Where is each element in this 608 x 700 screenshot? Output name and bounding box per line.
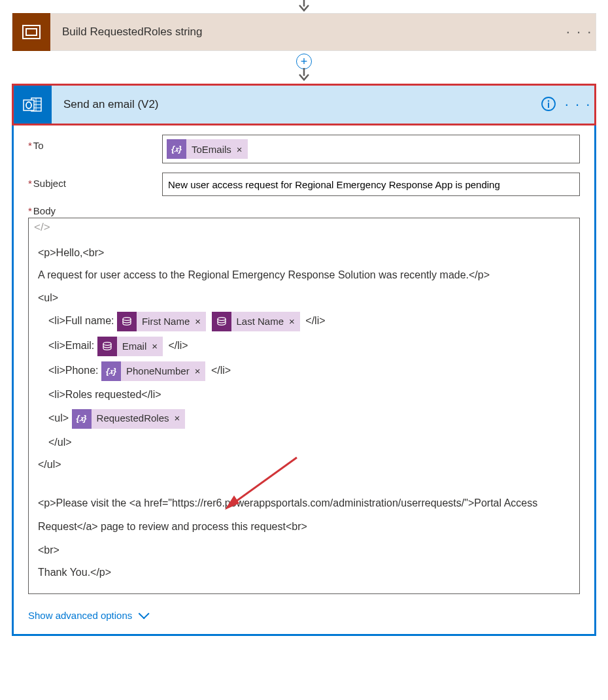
action-card-send-email[interactable]: Send an email (V2) · · ·: [14, 86, 594, 124]
body-line: <p>Hello,<br>: [38, 243, 570, 263]
connector: +: [0, 51, 608, 84]
token-label: Email: [122, 337, 147, 356]
svg-point-10: [103, 342, 111, 346]
svg-point-9: [218, 318, 226, 321]
token-phone[interactable]: {𝑥} PhoneNumber ×: [101, 361, 206, 381]
svg-rect-0: [23, 25, 40, 39]
body-line: </ul>: [38, 433, 570, 452]
action-title: Build RequestedRoles string: [50, 25, 563, 39]
body-line: </ul>: [38, 455, 570, 475]
body-line-email: <li>Email: Email × </li>: [38, 335, 570, 358]
token-requestedroles[interactable]: {𝑥} RequestedRoles ×: [72, 409, 186, 429]
svg-point-8: [123, 318, 131, 321]
action-menu-button[interactable]: · · ·: [563, 24, 596, 41]
to-input[interactable]: {𝑥} ToEmails ×: [162, 135, 580, 163]
svg-point-6: [548, 100, 549, 101]
show-advanced-options[interactable]: Show advanced options: [28, 610, 146, 621]
svg-rect-1: [26, 29, 37, 35]
token-firstname[interactable]: First Name ×: [117, 312, 206, 331]
expression-icon: {𝑥}: [101, 361, 121, 381]
token-remove-button[interactable]: ×: [237, 144, 243, 155]
add-step-button[interactable]: +: [296, 54, 312, 69]
body-line: <li>Roles requested</li>: [38, 385, 570, 405]
token-label: RequestedRoles: [97, 409, 169, 428]
code-view-toggle[interactable]: </>: [29, 218, 579, 237]
action-menu-button[interactable]: · · ·: [562, 96, 594, 113]
expression-icon: {𝑥}: [167, 139, 186, 159]
body-label: *Body: [28, 205, 580, 216]
token-remove-button[interactable]: ×: [195, 312, 201, 331]
body-line-fullname: <li>Full name: First Name × Last Name × …: [38, 310, 570, 333]
token-label: First Name: [142, 312, 190, 331]
token-remove-button[interactable]: ×: [152, 337, 158, 356]
token-label: Last Name: [237, 312, 284, 331]
body-line: <p>Please visit the <a href="https://rer…: [38, 492, 570, 537]
body-line-phone: <li>Phone: {𝑥} PhoneNumber × </li>: [38, 360, 570, 382]
chevron-down-icon: [139, 608, 150, 619]
token-remove-button[interactable]: ×: [195, 362, 201, 381]
outlook-icon: [14, 86, 52, 124]
body-content[interactable]: <p>Hello,<br> A request for user access …: [29, 237, 579, 593]
body-line: <ul>: [38, 288, 570, 308]
body-line: A request for user access to the Regiona…: [38, 265, 570, 285]
info-icon[interactable]: [535, 96, 562, 114]
token-lastname[interactable]: Last Name ×: [212, 312, 300, 331]
subject-label: *Subject: [28, 173, 162, 189]
compose-icon: [12, 13, 50, 51]
token-label: PhoneNumber: [126, 362, 190, 381]
dataverse-icon: [117, 312, 137, 331]
body-editor[interactable]: </> <p>Hello,<br> A request for user acc…: [28, 218, 580, 594]
token-remove-button[interactable]: ×: [289, 312, 295, 331]
connector-arrow-top: [0, 0, 608, 13]
action-body: *To {𝑥} ToEmails × *Subject: [14, 125, 594, 634]
token-email[interactable]: Email ×: [97, 337, 163, 356]
token-label: ToEmails: [192, 144, 231, 155]
token-toemails[interactable]: {𝑥} ToEmails ×: [167, 139, 248, 159]
svg-rect-7: [548, 103, 549, 108]
dataverse-icon: [212, 312, 231, 331]
subject-input[interactable]: [162, 173, 580, 196]
subject-text-input[interactable]: [167, 176, 575, 193]
to-label: *To: [28, 135, 162, 151]
action-title: Send an email (V2): [52, 98, 535, 111]
action-card-build-string[interactable]: Build RequestedRoles string · · ·: [12, 13, 596, 51]
token-remove-button[interactable]: ×: [175, 409, 180, 428]
body-line: <br>: [38, 541, 570, 560]
body-line: Thank You.</p>: [38, 563, 570, 582]
body-line-roles: <ul> {𝑥} RequestedRoles ×: [38, 408, 570, 430]
dataverse-icon: [97, 337, 117, 356]
expression-icon: {𝑥}: [72, 409, 92, 429]
